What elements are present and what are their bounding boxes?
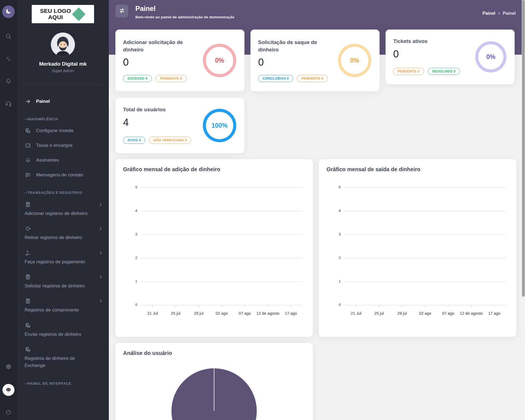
sidebar-section-transacoes: --TRANSAÇÕES E REGISTROS	[17, 182, 109, 197]
compress-icon	[5, 56, 12, 63]
sidebar-item-taxas-encargos[interactable]: Taxas e encargos	[17, 138, 109, 153]
settings-button[interactable]	[5, 364, 12, 371]
progress-ring: 100%	[203, 109, 236, 142]
sidebar-item-label: Registros de dinheiro do Exchange	[25, 355, 94, 369]
sidebar-item-enviar-registros[interactable]: Enviar registros de dinheiro	[17, 318, 109, 342]
stat-card-active-tickets: Tickets ativos 0 PENDENTE 0 RESOLVIDO 0 …	[386, 30, 515, 84]
chat-bot-button[interactable]	[2, 384, 14, 396]
sidebar-item-registros-exchange[interactable]: Registros de dinheiro do Exchange	[17, 342, 109, 373]
sidebar-section-inadimplencia: --INADIMPLÊNCIA	[17, 109, 109, 123]
sidebar-item-assinantes[interactable]: Assinantes	[17, 153, 109, 168]
search-button[interactable]	[5, 33, 12, 40]
scrollbar-track	[522, 0, 525, 420]
sidebar-item-label: Painel	[36, 99, 50, 104]
chevron-right-icon	[98, 202, 103, 207]
rail-bottom-group	[2, 364, 14, 416]
chat-icon	[25, 172, 31, 178]
y-tick: 1	[329, 279, 341, 283]
bot-icon	[5, 386, 12, 394]
stats-row-2: Total de usuários 4 ATIVO 4 NÃO VERIFICA…	[115, 98, 519, 153]
status-badge: NÃO VERIFICADO 0	[149, 137, 191, 144]
pie-chart-user-analysis	[171, 368, 257, 420]
y-tick: 0	[125, 303, 137, 307]
sidebar-item-label: Assinantes	[36, 158, 59, 163]
chevron-right-icon	[98, 226, 103, 231]
sidebar-item-registros-comprovante[interactable]: Registros de comprovante	[17, 293, 109, 317]
y-tick: 1	[125, 279, 137, 283]
x-tick: 29 jul	[187, 311, 210, 316]
arrow-right-icon	[25, 98, 31, 105]
sidebar-item-faca-registros-pagamento[interactable]: $ Faça registros de pagamento	[17, 245, 109, 269]
chart-card-add-money: Gráfico mensal de adição de dinheiro 5 4…	[115, 159, 313, 337]
brand-logo[interactable]: SEU LOGO AQUI	[32, 5, 94, 23]
sidebar-item-label: Retirar registros de dinheiro	[25, 234, 101, 241]
notifications-button[interactable]	[5, 78, 12, 85]
chart-card-out-money: Gráfico mensal de saída de dinheiro 5 4 …	[319, 159, 516, 337]
wallet-icon	[25, 142, 31, 149]
calculator-icon	[25, 201, 31, 208]
sign-out-icon	[25, 225, 31, 232]
scrollbar-thumb[interactable]	[522, 0, 525, 297]
x-axis-labels: 21 Jul 25 jul 29 jul 02 ago 07 ago 12 de…	[141, 311, 302, 316]
sidebar-section-painel-interface: --PAINEL DE INTERFACE	[17, 373, 109, 388]
gear-icon	[5, 363, 12, 371]
x-tick: 12 de agosto	[256, 311, 279, 316]
power-icon	[5, 409, 12, 416]
active-nav-indicator	[109, 94, 110, 107]
chart-title: Gráfico mensal de saída de dinheiro	[326, 166, 506, 173]
y-tick: 5	[329, 185, 341, 189]
x-axis-ticks	[345, 305, 506, 307]
sidebar-item-label: Registros de comprovante	[25, 307, 101, 314]
sidebar-item-label: Taxas e encargos	[36, 143, 72, 148]
dark-mode-toggle[interactable]	[2, 5, 15, 18]
y-tick: 4	[125, 209, 137, 213]
y-tick: 3	[329, 232, 341, 236]
sidebar-toggle-button[interactable]	[115, 5, 128, 18]
user-role: Super Admin	[17, 69, 109, 73]
pie-card-user-analysis: Análise do usuário	[115, 343, 313, 420]
headset-icon	[5, 100, 12, 108]
sidebar-item-configurar-moeda[interactable]: Configurar moeda	[17, 123, 109, 138]
stat-card-add-money: Adicionar solicitação de dinheiro 0 SUCE…	[115, 30, 244, 91]
support-button[interactable]	[5, 101, 12, 108]
avatar	[51, 33, 75, 57]
coins-icon	[25, 127, 31, 134]
rail-top-group	[2, 5, 15, 108]
chart-title: Análise do usuário	[123, 350, 305, 356]
chevron-right-icon	[98, 275, 103, 279]
breadcrumb: Painel > Painel	[482, 11, 516, 16]
chevron-right-icon	[98, 299, 103, 303]
x-tick: 12 de agosto	[460, 311, 483, 316]
sidebar-item-adicionar-registros[interactable]: Adicionar registros de dinheiro	[17, 197, 109, 221]
y-tick: 2	[125, 256, 137, 260]
sidebar-item-label: Enviar registros de dinheiro	[25, 331, 101, 338]
page-header: Painel Bem-vindo ao painel de administra…	[115, 0, 519, 30]
sidebar-item-label: Mensagens de contato	[36, 172, 83, 178]
progress-ring: 0%	[338, 44, 371, 77]
header-titles: Painel Bem-vindo ao painel de administra…	[135, 5, 234, 19]
breadcrumb-current: Painel	[503, 11, 516, 16]
line-chart-add-money: 5 4 3 2 1 0	[141, 187, 302, 305]
calculator-icon	[25, 274, 31, 280]
charts-row: Gráfico mensal de adição de dinheiro 5 4…	[115, 159, 519, 337]
stats-row-1: Adicionar solicitação de dinheiro 0 SUCE…	[115, 30, 519, 91]
status-badge: PENDENTE 0	[297, 75, 328, 82]
sidebar-item-mensagens-contato[interactable]: Mensagens de contato	[17, 168, 109, 182]
status-badge: PENDENTE 0	[156, 75, 186, 82]
y-tick: 5	[125, 185, 137, 189]
progress-ring: 0%	[203, 44, 236, 77]
progress-ring: 0%	[475, 41, 506, 72]
svg-text:$: $	[27, 250, 28, 253]
sidebar-item-painel[interactable]: Painel	[17, 94, 109, 109]
collapse-button[interactable]	[5, 56, 12, 63]
logout-power-button[interactable]	[5, 409, 12, 416]
sidebar-item-solicitar-registros[interactable]: Solicitar registros de dinheiro	[17, 269, 109, 293]
sidebar-item-retirar-registros[interactable]: Retirar registros de dinheiro	[17, 221, 109, 245]
coins-icon	[25, 322, 31, 329]
status-badge: SUCESSO 0	[123, 75, 152, 82]
stat-title: Adicionar solicitação de dinheiro	[123, 39, 202, 53]
sidebar-nav: Painel --INADIMPLÊNCIA Configurar moeda …	[17, 85, 109, 388]
breadcrumb-root[interactable]: Painel	[482, 11, 495, 16]
search-icon	[5, 33, 12, 41]
x-tick: 07 ago	[437, 311, 460, 316]
